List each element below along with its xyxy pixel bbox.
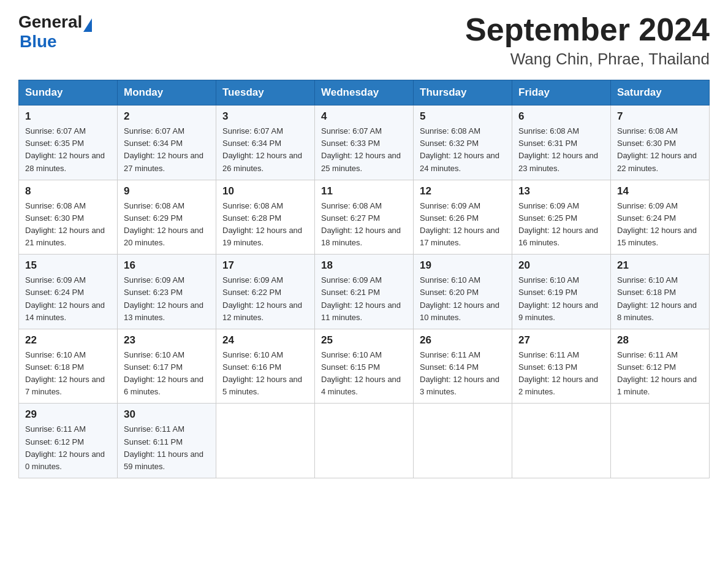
- calendar-cell: 7Sunrise: 6:08 AMSunset: 6:30 PMDaylight…: [611, 105, 710, 180]
- calendar-week-row: 15Sunrise: 6:09 AMSunset: 6:24 PMDayligh…: [19, 255, 710, 329]
- day-number: 23: [124, 334, 210, 347]
- calendar-cell: 10Sunrise: 6:08 AMSunset: 6:28 PMDayligh…: [216, 180, 315, 255]
- calendar-cell: 14Sunrise: 6:09 AMSunset: 6:24 PMDayligh…: [611, 180, 710, 255]
- weekday-header-saturday: Saturday: [611, 80, 710, 105]
- day-number: 26: [420, 334, 506, 347]
- day-info: Sunrise: 6:07 AMSunset: 6:33 PMDaylight:…: [321, 125, 407, 175]
- day-info: Sunrise: 6:08 AMSunset: 6:27 PMDaylight:…: [321, 200, 407, 250]
- day-info: Sunrise: 6:07 AMSunset: 6:34 PMDaylight:…: [222, 125, 308, 175]
- day-number: 18: [321, 259, 407, 272]
- day-info: Sunrise: 6:07 AMSunset: 6:35 PMDaylight:…: [25, 125, 111, 175]
- day-number: 1: [25, 110, 111, 123]
- day-number: 20: [518, 259, 604, 272]
- calendar-cell: 18Sunrise: 6:09 AMSunset: 6:21 PMDayligh…: [315, 255, 414, 329]
- day-number: 21: [617, 259, 703, 272]
- weekday-header-sunday: Sunday: [19, 80, 118, 105]
- day-number: 19: [420, 259, 506, 272]
- day-number: 15: [25, 259, 111, 272]
- calendar-cell: 21Sunrise: 6:10 AMSunset: 6:18 PMDayligh…: [611, 255, 710, 329]
- day-number: 4: [321, 110, 407, 123]
- day-info: Sunrise: 6:09 AMSunset: 6:25 PMDaylight:…: [518, 200, 604, 250]
- day-info: Sunrise: 6:08 AMSunset: 6:30 PMDaylight:…: [25, 200, 111, 250]
- day-number: 24: [222, 334, 308, 347]
- day-info: Sunrise: 6:10 AMSunset: 6:18 PMDaylight:…: [25, 349, 111, 399]
- day-number: 28: [617, 334, 703, 347]
- calendar-table: SundayMondayTuesdayWednesdayThursdayFrid…: [18, 80, 710, 478]
- logo-triangle-icon: [83, 18, 92, 32]
- logo-general: General: [18, 12, 82, 32]
- day-info: Sunrise: 6:09 AMSunset: 6:21 PMDaylight:…: [321, 274, 407, 324]
- day-info: Sunrise: 6:11 AMSunset: 6:13 PMDaylight:…: [518, 349, 604, 399]
- day-info: Sunrise: 6:08 AMSunset: 6:31 PMDaylight:…: [518, 125, 604, 175]
- calendar-cell: 24Sunrise: 6:10 AMSunset: 6:16 PMDayligh…: [216, 329, 315, 404]
- day-number: 25: [321, 334, 407, 347]
- day-info: Sunrise: 6:08 AMSunset: 6:30 PMDaylight:…: [617, 125, 703, 175]
- calendar-cell: 20Sunrise: 6:10 AMSunset: 6:19 PMDayligh…: [512, 255, 611, 329]
- calendar-cell: 4Sunrise: 6:07 AMSunset: 6:33 PMDaylight…: [315, 105, 414, 180]
- day-info: Sunrise: 6:09 AMSunset: 6:26 PMDaylight:…: [420, 200, 506, 250]
- day-info: Sunrise: 6:11 AMSunset: 6:14 PMDaylight:…: [420, 349, 506, 399]
- calendar-cell: 22Sunrise: 6:10 AMSunset: 6:18 PMDayligh…: [19, 329, 118, 404]
- day-number: 2: [124, 110, 210, 123]
- day-number: 14: [617, 185, 703, 197]
- calendar-cell: [216, 404, 315, 478]
- calendar-cell: 6Sunrise: 6:08 AMSunset: 6:31 PMDaylight…: [512, 105, 611, 180]
- day-number: 13: [518, 185, 604, 197]
- calendar-cell: [414, 404, 512, 478]
- calendar-week-row: 29Sunrise: 6:11 AMSunset: 6:12 PMDayligh…: [19, 404, 710, 478]
- calendar-cell: 1Sunrise: 6:07 AMSunset: 6:35 PMDaylight…: [19, 105, 118, 180]
- calendar-week-row: 8Sunrise: 6:08 AMSunset: 6:30 PMDaylight…: [19, 180, 710, 255]
- calendar-cell: 23Sunrise: 6:10 AMSunset: 6:17 PMDayligh…: [118, 329, 216, 404]
- calendar-cell: 13Sunrise: 6:09 AMSunset: 6:25 PMDayligh…: [512, 180, 611, 255]
- day-number: 30: [124, 408, 210, 421]
- calendar-week-row: 1Sunrise: 6:07 AMSunset: 6:35 PMDaylight…: [19, 105, 710, 180]
- calendar-cell: 5Sunrise: 6:08 AMSunset: 6:32 PMDaylight…: [414, 105, 512, 180]
- calendar-title: September 2024: [465, 12, 710, 47]
- day-number: 10: [222, 185, 308, 197]
- day-info: Sunrise: 6:10 AMSunset: 6:19 PMDaylight:…: [518, 274, 604, 324]
- logo: General Blue: [18, 12, 92, 52]
- calendar-cell: 12Sunrise: 6:09 AMSunset: 6:26 PMDayligh…: [414, 180, 512, 255]
- day-info: Sunrise: 6:10 AMSunset: 6:20 PMDaylight:…: [420, 274, 506, 324]
- calendar-week-row: 22Sunrise: 6:10 AMSunset: 6:18 PMDayligh…: [19, 329, 710, 404]
- day-number: 29: [25, 408, 111, 421]
- day-info: Sunrise: 6:10 AMSunset: 6:18 PMDaylight:…: [617, 274, 703, 324]
- day-info: Sunrise: 6:07 AMSunset: 6:34 PMDaylight:…: [124, 125, 210, 175]
- logo-blue: Blue: [20, 32, 57, 52]
- header: General Blue September 2024 Wang Chin, P…: [18, 12, 710, 69]
- title-area: September 2024 Wang Chin, Phrae, Thailan…: [465, 12, 710, 69]
- weekday-header-wednesday: Wednesday: [315, 80, 414, 105]
- calendar-subtitle: Wang Chin, Phrae, Thailand: [465, 50, 710, 69]
- day-info: Sunrise: 6:09 AMSunset: 6:22 PMDaylight:…: [222, 274, 308, 324]
- day-number: 8: [25, 185, 111, 197]
- day-info: Sunrise: 6:08 AMSunset: 6:29 PMDaylight:…: [124, 200, 210, 250]
- weekday-header-thursday: Thursday: [414, 80, 512, 105]
- day-number: 16: [124, 259, 210, 272]
- day-info: Sunrise: 6:11 AMSunset: 6:12 PMDaylight:…: [617, 349, 703, 399]
- day-info: Sunrise: 6:08 AMSunset: 6:28 PMDaylight:…: [222, 200, 308, 250]
- calendar-cell: 11Sunrise: 6:08 AMSunset: 6:27 PMDayligh…: [315, 180, 414, 255]
- day-info: Sunrise: 6:10 AMSunset: 6:15 PMDaylight:…: [321, 349, 407, 399]
- day-info: Sunrise: 6:10 AMSunset: 6:16 PMDaylight:…: [222, 349, 308, 399]
- calendar-cell: 3Sunrise: 6:07 AMSunset: 6:34 PMDaylight…: [216, 105, 315, 180]
- day-info: Sunrise: 6:09 AMSunset: 6:24 PMDaylight:…: [25, 274, 111, 324]
- calendar-cell: [512, 404, 611, 478]
- day-number: 22: [25, 334, 111, 347]
- day-info: Sunrise: 6:11 AMSunset: 6:11 PMDaylight:…: [124, 423, 210, 473]
- day-number: 11: [321, 185, 407, 197]
- day-info: Sunrise: 6:11 AMSunset: 6:12 PMDaylight:…: [25, 423, 111, 473]
- calendar-cell: 2Sunrise: 6:07 AMSunset: 6:34 PMDaylight…: [118, 105, 216, 180]
- calendar-cell: 15Sunrise: 6:09 AMSunset: 6:24 PMDayligh…: [19, 255, 118, 329]
- calendar-cell: 27Sunrise: 6:11 AMSunset: 6:13 PMDayligh…: [512, 329, 611, 404]
- day-number: 27: [518, 334, 604, 347]
- calendar-cell: 8Sunrise: 6:08 AMSunset: 6:30 PMDaylight…: [19, 180, 118, 255]
- calendar-cell: 25Sunrise: 6:10 AMSunset: 6:15 PMDayligh…: [315, 329, 414, 404]
- calendar-cell: 16Sunrise: 6:09 AMSunset: 6:23 PMDayligh…: [118, 255, 216, 329]
- day-info: Sunrise: 6:09 AMSunset: 6:23 PMDaylight:…: [124, 274, 210, 324]
- day-number: 12: [420, 185, 506, 197]
- weekday-header-tuesday: Tuesday: [216, 80, 315, 105]
- calendar-cell: 29Sunrise: 6:11 AMSunset: 6:12 PMDayligh…: [19, 404, 118, 478]
- day-number: 9: [124, 185, 210, 197]
- calendar-cell: [315, 404, 414, 478]
- calendar-cell: 19Sunrise: 6:10 AMSunset: 6:20 PMDayligh…: [414, 255, 512, 329]
